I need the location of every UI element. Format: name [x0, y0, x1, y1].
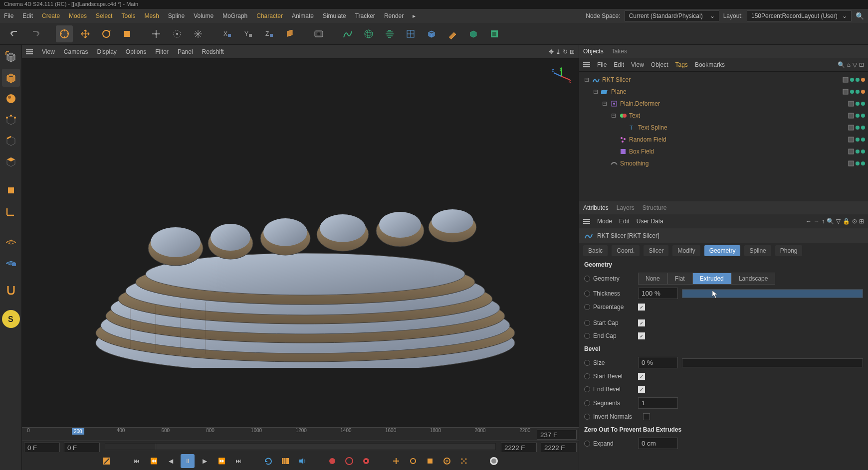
tree-row-text[interactable]: ⊟Text	[579, 110, 868, 122]
vis-editor-icon[interactable]	[856, 126, 860, 130]
visibility-controls[interactable]	[848, 125, 865, 131]
layer-icon[interactable]	[848, 137, 854, 143]
asset-icon[interactable]	[486, 25, 503, 42]
timeline-tick[interactable]: 400	[117, 428, 125, 433]
vis-editor-icon[interactable]	[856, 102, 860, 106]
tree-expand-icon[interactable]: ⊟	[584, 76, 590, 83]
menu-mograph[interactable]: MoGraph	[222, 12, 247, 19]
percentage-checkbox[interactable]: ✓	[638, 304, 645, 311]
key-rotate-icon[interactable]	[406, 454, 420, 468]
key-move-icon[interactable]	[389, 454, 403, 468]
radio-icon[interactable]	[584, 414, 590, 420]
visibility-controls[interactable]	[848, 113, 865, 119]
workplane-2[interactable]	[2, 252, 20, 270]
menu-file[interactable]: File	[4, 12, 13, 19]
layer-icon[interactable]	[848, 101, 854, 107]
key-param-icon[interactable]: P	[440, 454, 454, 468]
objects-menu-edit[interactable]: Edit	[614, 61, 624, 68]
toggle-view-icon[interactable]: ⊞	[570, 48, 575, 55]
rotate-tool[interactable]	[98, 25, 115, 42]
workplane-1[interactable]	[2, 231, 20, 249]
vis-render-icon[interactable]	[856, 78, 860, 82]
vis-render-icon[interactable]	[861, 161, 865, 165]
viewport-menu-view[interactable]: View	[42, 48, 55, 55]
filter-icon[interactable]: ▽	[853, 61, 857, 68]
tag-icon[interactable]	[861, 78, 865, 82]
radio-icon[interactable]	[584, 320, 590, 326]
objects-menu-bookmarks[interactable]: Bookmarks	[695, 61, 725, 68]
render-view-button[interactable]	[310, 25, 327, 42]
menu-spline[interactable]: Spline	[168, 12, 185, 19]
deformer-icon[interactable]	[402, 25, 419, 42]
timeline-tick[interactable]: 600	[161, 428, 170, 433]
key-scale-icon[interactable]	[423, 454, 437, 468]
layer-icon[interactable]	[848, 125, 854, 131]
bevelsize-input[interactable]	[638, 357, 678, 368]
undo-button[interactable]	[6, 25, 23, 42]
vis-render-icon[interactable]	[861, 102, 865, 106]
layer-icon[interactable]	[843, 89, 849, 95]
radio-icon[interactable]	[584, 400, 590, 406]
link-icon[interactable]: ⊙	[852, 218, 857, 225]
menu-create[interactable]: Create	[42, 12, 60, 19]
invert-checkbox[interactable]	[643, 413, 650, 420]
attr-tab-spline[interactable]: Spline	[744, 245, 771, 256]
node-space-dropdown[interactable]: Current (Standard/Physical) ⌄	[625, 10, 719, 21]
radio-icon[interactable]	[584, 276, 590, 282]
sound-button[interactable]	[295, 454, 309, 468]
y-axis-lock[interactable]: Y	[239, 25, 256, 42]
vis-editor-icon[interactable]	[850, 78, 854, 82]
thickness-input[interactable]	[638, 288, 678, 299]
edge-mode[interactable]	[2, 132, 20, 150]
menu-animate[interactable]: Animate	[292, 12, 314, 19]
objects-menu-view[interactable]: View	[631, 61, 644, 68]
range-end2-input[interactable]	[541, 443, 577, 453]
tag-icon[interactable]	[861, 90, 865, 94]
placement-tool[interactable]	[148, 25, 165, 42]
polygon-mode[interactable]	[2, 153, 20, 170]
mesh-icon[interactable]	[360, 25, 377, 42]
objects-menu-file[interactable]: File	[597, 61, 607, 68]
visibility-controls[interactable]	[848, 160, 865, 166]
geometry-option-flat[interactable]: Flat	[667, 273, 692, 285]
endbevel-checkbox[interactable]: ✓	[638, 386, 645, 393]
tab-objects[interactable]: Objects	[583, 48, 604, 55]
tab-takes[interactable]: Takes	[612, 48, 627, 55]
vis-editor-icon[interactable]	[856, 161, 860, 165]
attr-tab-geometry[interactable]: Geometry	[704, 245, 741, 256]
go-end[interactable]: ⏭	[231, 454, 245, 468]
frame-range-button[interactable]	[278, 454, 292, 468]
tree-expand-icon[interactable]: ⊟	[593, 88, 599, 95]
coord-system[interactable]	[281, 25, 298, 42]
attr-tab-modify[interactable]: Modify	[672, 245, 700, 256]
key-selection-button[interactable]	[359, 454, 373, 468]
timeline-tick[interactable]: 1600	[385, 428, 396, 433]
vis-render-icon[interactable]	[861, 138, 865, 142]
menu-render[interactable]: Render	[384, 12, 404, 19]
startcap-checkbox[interactable]: ✓	[638, 319, 645, 326]
select-tool[interactable]	[56, 25, 73, 42]
range-start2-input[interactable]	[64, 443, 100, 453]
timeline-tick[interactable]: 1400	[340, 428, 351, 433]
search-icon[interactable]: 🔍	[838, 61, 845, 68]
geometry-option-extruded[interactable]: Extruded	[692, 273, 731, 285]
x-axis-lock[interactable]: X	[218, 25, 235, 42]
hamburger-icon[interactable]	[26, 49, 33, 54]
viewport-3d[interactable]: x y z	[22, 59, 579, 427]
viewport-menu-display[interactable]: Display	[97, 48, 116, 55]
radio-icon[interactable]	[584, 360, 590, 366]
play-reverse[interactable]: ◀	[164, 454, 178, 468]
vis-editor-icon[interactable]	[850, 90, 854, 94]
geometry-option-landscape[interactable]: Landscape	[731, 273, 776, 285]
tree-row-boxfield[interactable]: Box Field	[579, 146, 868, 157]
timeline-tick[interactable]: 1000	[251, 428, 262, 433]
visibility-controls[interactable]	[843, 89, 865, 95]
back-icon[interactable]: ←	[806, 218, 812, 225]
segments-input[interactable]	[638, 397, 678, 409]
tree-row-textspline[interactable]: TText Spline	[579, 122, 868, 134]
startbevel-checkbox[interactable]: ✓	[638, 373, 645, 380]
tree-row-smoothing[interactable]: Smoothing	[579, 157, 868, 169]
endcap-checkbox[interactable]: ✓	[638, 332, 645, 339]
lock-icon[interactable]: 🔒	[843, 218, 850, 225]
timeline-ruler[interactable]: 0200400600800100012001400160018002000220…	[22, 427, 579, 441]
